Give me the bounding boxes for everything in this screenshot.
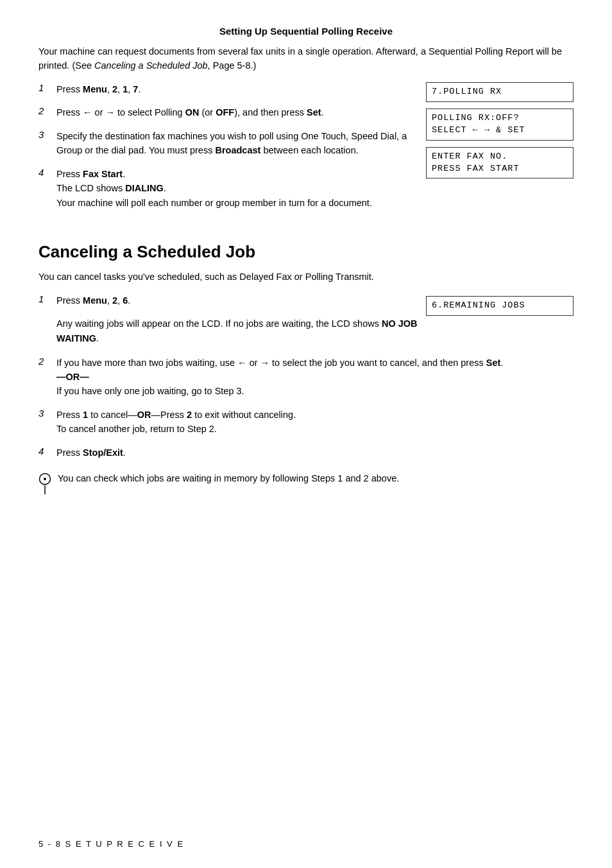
section1-lcd-panels: 7.POLLING RX POLLING RX:OFF?SELECT ← → &…: [426, 82, 574, 178]
step-3-number: 3: [38, 129, 56, 140]
section1-intro: Your machine can request documents from …: [38, 44, 574, 73]
section2: Canceling a Scheduled Job You can cancel…: [38, 242, 574, 494]
note-text: You can check which jobs are waiting in …: [58, 471, 399, 485]
section2-step1-container: 1 Press Menu, 2, 6. Any waiting jobs wil…: [38, 293, 574, 356]
section2-step-4: 4 Press Stop/Exit.: [38, 446, 574, 460]
section2-step-2-content: If you have more than two jobs waiting, …: [56, 356, 574, 399]
lcd-polling-rx-off: POLLING RX:OFF?SELECT ← → & SET: [426, 108, 574, 141]
step-2: 2 Press ← or → to select Polling ON (or …: [38, 105, 426, 119]
step-2-content: Press ← or → to select Polling ON (or OF…: [56, 105, 426, 119]
section1-steps-left: 1 Press Menu, 2, 1, 7. 2 Press ← or → to…: [38, 82, 426, 219]
section1-steps-container: 1 Press Menu, 2, 1, 7. 2 Press ← or → to…: [38, 82, 574, 219]
footer: 5 - 8 S E T U P R E C E I V E: [38, 839, 184, 849]
step-1-content: Press Menu, 2, 1, 7.: [56, 82, 426, 96]
step-4: 4 Press Fax Start. The LCD shows DIALING…: [38, 167, 426, 210]
lcd-polling-rx: 7.POLLING RX: [426, 82, 574, 102]
section2-step-4-content: Press Stop/Exit.: [56, 446, 574, 460]
section2-step-3-number: 3: [38, 408, 56, 419]
step-2-number: 2: [38, 105, 56, 116]
step-3-content: Specify the destination fax machines you…: [56, 129, 426, 158]
lcd-enter-fax: ENTER FAX NO.PRESS FAX START: [426, 147, 574, 179]
section2-step-3: 3 Press 1 to cancel—OR—Press 2 to exit w…: [38, 408, 574, 437]
step-1: 1 Press Menu, 2, 1, 7.: [38, 82, 426, 96]
section2-step-1: 1 Press Menu, 2, 6.: [38, 293, 426, 308]
step-4-content: Press Fax Start. The LCD shows DIALING. …: [56, 167, 426, 210]
step-1-number: 1: [38, 82, 56, 93]
step-4-number: 4: [38, 167, 56, 178]
section2-intro: You can cancel tasks you've scheduled, s…: [38, 270, 574, 284]
section1-title: Setting Up Sequential Polling Receive: [38, 26, 574, 37]
section1: Setting Up Sequential Polling Receive Yo…: [38, 26, 574, 219]
note-icon: [38, 473, 51, 494]
or-divider: —OR—: [56, 372, 89, 382]
section2-step1-left: 1 Press Menu, 2, 6. Any waiting jobs wil…: [38, 293, 426, 356]
section2-lcd-panel: 6.REMAINING JOBS: [426, 293, 574, 316]
note-container: You can check which jobs are waiting in …: [38, 471, 574, 494]
section2-step-2-number: 2: [38, 356, 56, 367]
section2-step-3-content: Press 1 to cancel—OR—Press 2 to exit wit…: [56, 408, 574, 437]
section2-title: Canceling a Scheduled Job: [38, 242, 574, 262]
svg-point-2: [44, 478, 46, 480]
section2-step-1-content: Press Menu, 2, 6.: [56, 293, 426, 308]
lcd-remaining-jobs: 6.REMAINING JOBS: [426, 296, 574, 316]
step-3: 3 Specify the destination fax machines y…: [38, 129, 426, 158]
section2-step1-para: Any waiting jobs will appear on the LCD.…: [38, 317, 426, 346]
section2-step-1-number: 1: [38, 293, 56, 304]
section2-step-2: 2 If you have more than two jobs waiting…: [38, 356, 574, 399]
section2-step-4-number: 4: [38, 446, 56, 456]
